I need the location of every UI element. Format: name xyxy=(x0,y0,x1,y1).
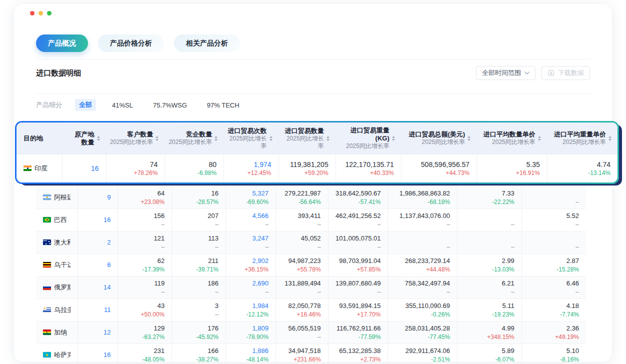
origin-count-value[interactable]: 14 xyxy=(104,283,110,292)
origin-count-cell: 16 xyxy=(78,208,118,231)
metric-growth: +16.91% xyxy=(516,169,540,177)
metric-value[interactable]: 2,690 xyxy=(252,279,269,288)
origin-count-value[interactable]: 9 xyxy=(107,193,110,202)
metric-value[interactable]: 1,984 xyxy=(252,302,269,310)
metric-growth: – xyxy=(162,288,165,296)
segment-41sl[interactable]: 41%SL xyxy=(108,100,137,110)
origin-count-value[interactable]: 16 xyxy=(91,164,99,173)
metric-cell: 101,005,075.01– xyxy=(328,231,388,254)
metric-cell: 4,566– xyxy=(226,208,276,231)
metric-cell: 231-48.05% xyxy=(118,344,172,364)
sort-icon[interactable] xyxy=(538,136,541,141)
metric-growth: -12.12% xyxy=(246,310,268,318)
metric-value: 1,137,843,076.00 xyxy=(400,212,450,220)
metric-value[interactable]: 2,902 xyxy=(252,256,269,266)
sort-icon[interactable] xyxy=(97,136,100,141)
sort-icon[interactable] xyxy=(270,136,272,141)
metric-growth: -6.07% xyxy=(496,356,514,364)
metric-growth: – xyxy=(446,288,450,296)
metric-growth: -22.22% xyxy=(492,198,514,206)
metric-cell: 45,052– xyxy=(276,231,328,254)
metric-value: 139,807,680.49 xyxy=(336,279,380,288)
origin-count-value[interactable]: 16 xyxy=(104,216,110,224)
metric-value: 94,987,223 xyxy=(288,256,321,266)
sort-icon[interactable] xyxy=(608,136,612,141)
metric-growth: -13.03% xyxy=(492,266,514,274)
origin-count-value[interactable]: 12 xyxy=(104,328,110,337)
highlighted-row-callout: 目的地原产地数量客户数量2025同比增长率竞企数量2025同比增长率进口贸易次数… xyxy=(15,121,619,184)
window-minimize-button[interactable] xyxy=(38,11,43,16)
tab-related-products[interactable]: 相关产品分析 xyxy=(174,34,240,52)
origin-count-value[interactable]: 6 xyxy=(107,260,110,270)
metric-cell: 207– xyxy=(172,208,226,231)
metric-value: 45,052 xyxy=(301,234,321,243)
metric-value: 122,170,135.71 xyxy=(345,160,394,169)
metric-value: 5.52 xyxy=(566,212,579,220)
metric-value[interactable]: 1,974 xyxy=(254,160,271,169)
metric-growth: +57.85% xyxy=(357,266,381,274)
metric-growth: -56.64% xyxy=(298,198,321,206)
table-row[interactable]: 加纳12129-63.27%176-45.92%1,809-78.90%56,0… xyxy=(36,321,586,344)
origin-count-value[interactable]: 16 xyxy=(104,350,110,360)
metric-growth: -38.27% xyxy=(196,356,218,364)
window-close-button[interactable] xyxy=(30,11,34,16)
sort-icon[interactable] xyxy=(156,136,158,141)
table-row[interactable]: 巴西16156–207–4,566–393,411–462,491,256.52… xyxy=(36,208,586,231)
origin-count-value[interactable]: 2 xyxy=(107,238,110,247)
time-range-select[interactable]: 全部时间范围 xyxy=(476,66,536,80)
column-subtitle: 2025同比增长率 xyxy=(339,142,390,150)
column-subtitle: 2025同比增长率 xyxy=(282,135,324,150)
metric-value: 5.35 xyxy=(526,160,540,169)
window-maximize-button[interactable] xyxy=(47,11,52,16)
import-data-table-body: 阿根廷964+23.08%16-28.57%5,327-69.60%279,22… xyxy=(36,186,586,364)
metric-growth: – xyxy=(576,198,579,206)
column-header: 进口贸易次数2025同比增长率 xyxy=(224,122,278,154)
metric-growth: – xyxy=(446,220,450,228)
column-header: 进口平均重量单价2025同比增长率 xyxy=(547,122,618,154)
sort-icon[interactable] xyxy=(392,136,395,141)
section-title: 进口数据明细 xyxy=(36,68,81,78)
table-row[interactable]: 乌干达662-17.39%211-39.71%2,902+36.15%94,98… xyxy=(36,254,586,276)
tab-product-overview[interactable]: 产品概况 xyxy=(36,34,88,52)
metric-cell: 2,902+36.15% xyxy=(226,254,276,276)
metric-value[interactable]: 3,247 xyxy=(252,234,269,243)
metric-value[interactable]: 1,886 xyxy=(252,346,269,356)
metric-value[interactable]: 4,566 xyxy=(252,212,269,220)
metric-value[interactable]: 5,327 xyxy=(252,189,269,198)
download-data-button[interactable]: 下载数据 xyxy=(542,66,590,80)
table-row[interactable]: 乌拉圭1143+50.00%3–1,984-12.12%82,050,778+1… xyxy=(36,298,586,321)
metric-growth: -77.59% xyxy=(358,333,381,341)
sort-icon[interactable] xyxy=(468,136,470,141)
table-row[interactable]: 俄罗斯14119–186–2,690–131,889,494–139,807,6… xyxy=(36,276,586,298)
segment-97tech[interactable]: 97% TECH xyxy=(203,100,244,110)
table-row-india[interactable]: 印度1674+78.26%80-6.98%1,974+12.45%119,381… xyxy=(16,154,618,182)
metric-value: 80 xyxy=(209,160,217,169)
column-header-text: 进口贸易次数2025同比增长率 xyxy=(227,127,266,150)
country-name: 加纳 xyxy=(54,328,67,337)
metric-growth: +17.70% xyxy=(357,310,381,318)
table-row[interactable]: 阿根廷964+23.08%16-28.57%5,327-69.60%279,22… xyxy=(36,186,586,208)
origin-count-value[interactable]: 11 xyxy=(104,306,111,314)
segment-757wsg[interactable]: 75.7%WSG xyxy=(149,100,191,110)
metric-growth: -15.28% xyxy=(556,266,579,274)
metric-value: 82,050,778 xyxy=(288,302,321,310)
sort-icon[interactable] xyxy=(214,136,218,141)
metric-growth: -6.98% xyxy=(198,169,216,177)
table-row[interactable]: 澳大利亚2121–113–3,247–45,052–101,005,075.01… xyxy=(36,231,586,254)
metric-value: 5.10 xyxy=(566,346,579,356)
metric-growth: – xyxy=(162,220,165,228)
metric-growth: -7.74% xyxy=(560,310,579,318)
segment-all[interactable]: 全部 xyxy=(75,99,96,111)
metric-growth: – xyxy=(378,288,381,296)
metric-value: 4.18 xyxy=(566,302,579,310)
window-traffic-lights xyxy=(14,4,612,16)
table-row[interactable]: 哈萨克斯坦16231-48.05%166-38.27%1,886-48.14%3… xyxy=(36,344,586,364)
sort-icon[interactable] xyxy=(326,136,330,141)
column-title: 进口贸易总额(美元) xyxy=(408,130,465,138)
metric-value[interactable]: 1,809 xyxy=(252,324,269,333)
metric-growth: +231.66% xyxy=(294,356,320,364)
column-subtitle: 2025同比增长率 xyxy=(408,138,465,146)
tab-price-analysis[interactable]: 产品价格分析 xyxy=(98,34,164,52)
metric-cell: 176-45.92% xyxy=(172,321,226,344)
metric-cell: 2.36+49.19% xyxy=(522,321,586,344)
